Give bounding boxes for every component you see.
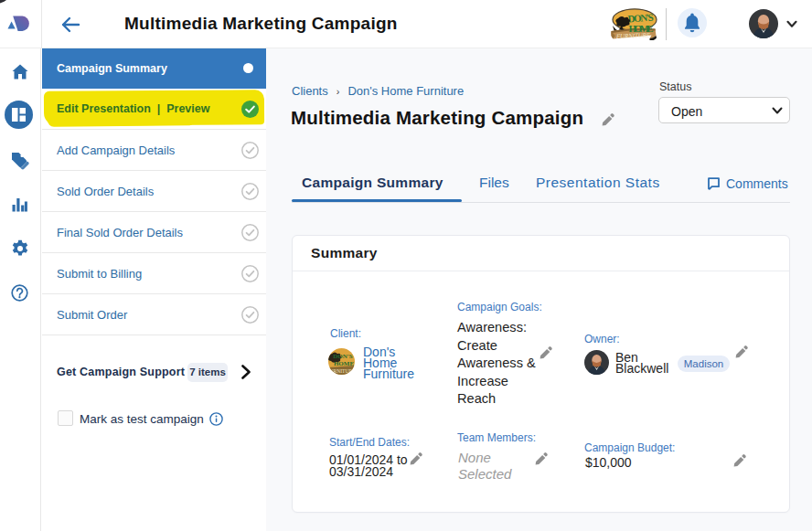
- svg-text:FURNITURE: FURNITURE: [328, 368, 355, 374]
- svg-text:FURNITURE: FURNITURE: [615, 32, 651, 40]
- svg-text:DON'S: DON'S: [333, 353, 353, 360]
